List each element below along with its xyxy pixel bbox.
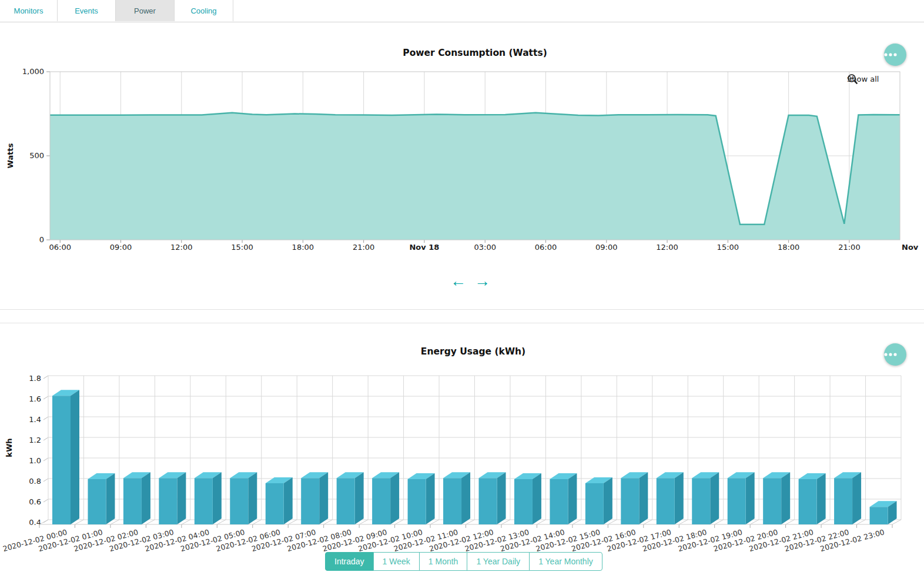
show-all-button[interactable]: Show all [847,75,879,83]
svg-text:0.6: 0.6 [29,497,41,506]
svg-text:06:00: 06:00 [49,243,71,252]
power-chart-title: Power Consumption (Watts) [50,48,900,58]
svg-text:09:00: 09:00 [110,243,132,252]
range-1month-button[interactable]: 1 Month [419,552,468,571]
range-intraday-button[interactable]: Intraday [325,552,374,571]
svg-text:06:00: 06:00 [535,243,557,252]
power-chart-menu-button[interactable] [884,44,906,66]
time-range-selector: Intraday 1 Week 1 Month 1 Year Daily 1 Y… [325,552,602,571]
tab-monitors[interactable]: Monitors [0,0,58,21]
svg-text:12:00: 12:00 [170,243,192,252]
svg-text:0.8: 0.8 [29,477,41,486]
tab-power[interactable]: Power [116,0,175,21]
panel-divider [0,323,924,323]
panel-divider [0,309,924,310]
tab-cooling[interactable]: Cooling [175,0,233,21]
energy-chart-title: Energy Usage (kWh) [48,346,898,357]
svg-text:18:00: 18:00 [292,243,314,252]
range-1year-monthly-button[interactable]: 1 Year Monthly [529,552,602,571]
svg-text:0: 0 [39,235,44,244]
svg-text:1.2: 1.2 [29,436,41,444]
range-1year-daily-button[interactable]: 1 Year Daily [467,552,530,571]
svg-text:1.8: 1.8 [29,374,41,383]
next-arrow-icon[interactable]: → [474,272,490,290]
ellipsis-icon [884,353,897,356]
svg-text:15:00: 15:00 [231,243,253,252]
tab-bar: Monitors Events Power Cooling [0,0,924,22]
tab-label: Cooling [190,6,216,15]
svg-text:21:00: 21:00 [353,243,374,252]
zoom-out-icon [847,73,859,85]
energy-chart-menu-button[interactable] [884,343,906,366]
svg-text:Nov: Nov [902,243,919,252]
tab-label: Monitors [14,6,43,15]
ellipsis-icon [884,53,897,56]
svg-text:1.4: 1.4 [29,415,41,424]
time-navigation: ← → [447,272,494,290]
energy-usage-chart[interactable]: 1.81.61.41.21.00.80.60.42020-12-02 00:00… [0,364,924,551]
svg-text:1,000: 1,000 [22,67,44,76]
tab-label: Power [134,6,156,15]
svg-text:09:00: 09:00 [595,243,617,252]
svg-text:18:00: 18:00 [778,243,799,252]
svg-text:15:00: 15:00 [717,243,739,252]
tab-label: Events [75,6,98,15]
svg-text:1.6: 1.6 [29,394,41,403]
svg-text:kWh: kWh [5,438,14,457]
svg-text:Nov 18: Nov 18 [409,243,439,252]
svg-text:1.0: 1.0 [29,456,41,465]
svg-text:21:00: 21:00 [838,243,860,252]
tab-events[interactable]: Events [58,0,116,21]
svg-text:500: 500 [29,151,44,160]
power-consumption-chart[interactable]: 06:0009:0012:0015:0018:0021:00Nov 1803:0… [0,66,924,269]
svg-text:03:00: 03:00 [474,243,496,252]
svg-text:12:00: 12:00 [656,243,678,252]
previous-arrow-icon[interactable]: ← [450,272,466,290]
svg-text:Watts: Watts [6,143,15,168]
range-1week-button[interactable]: 1 Week [373,552,420,571]
